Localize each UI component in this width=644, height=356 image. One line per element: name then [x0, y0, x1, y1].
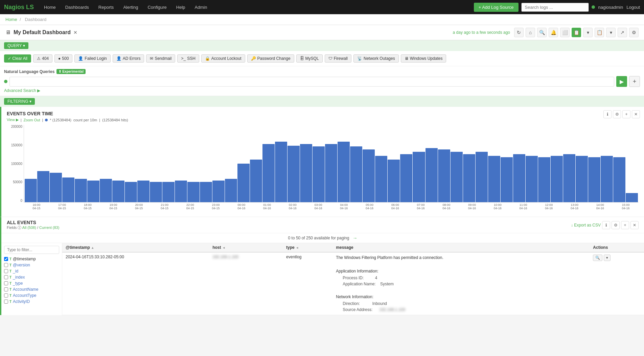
username-link[interactable]: nagiosadmin: [598, 5, 623, 10]
chart-bar-47[interactable]: [613, 157, 625, 202]
events-add-button[interactable]: +: [621, 221, 629, 229]
chart-bar-36[interactable]: [476, 152, 488, 202]
field-checkbox-_type[interactable]: [4, 281, 8, 285]
events-info-button[interactable]: ℹ: [602, 221, 610, 229]
advanced-search-link[interactable]: Advanced Search ▶: [4, 88, 40, 93]
nav-admin[interactable]: Admin: [190, 0, 212, 14]
filter-ssh[interactable]: >_ SSH: [177, 54, 199, 63]
filter-ad-errors[interactable]: 👤 AD Errors: [113, 54, 144, 63]
settings-button[interactable]: ⚙: [629, 28, 639, 37]
search-button[interactable]: 🔍: [537, 28, 547, 37]
filter-sendmail[interactable]: ✉ Sendmail: [146, 54, 175, 63]
nav-reports[interactable]: Reports: [94, 0, 119, 14]
all-fields-link[interactable]: All (508): [22, 226, 36, 230]
copy-button[interactable]: 📋: [595, 28, 604, 37]
query-tag-button[interactable]: QUERY ▾: [4, 42, 28, 49]
field-name-label[interactable]: _type: [13, 281, 23, 286]
chart-bar-18[interactable]: [250, 160, 262, 202]
col-type[interactable]: type ◂: [283, 243, 332, 252]
chart-bar-12[interactable]: [175, 181, 187, 202]
chart-add-button[interactable]: +: [622, 110, 630, 118]
chart-bar-46[interactable]: [601, 156, 613, 202]
events-close-button[interactable]: ✕: [630, 221, 639, 229]
field-name-label[interactable]: ActivityID: [13, 299, 30, 304]
chart-bar-5[interactable]: [87, 181, 99, 202]
nav-help[interactable]: Help: [171, 0, 190, 14]
share-button[interactable]: ↗: [618, 28, 627, 37]
events-settings-button[interactable]: ⚙: [612, 221, 620, 229]
chart-bar-24[interactable]: [325, 144, 337, 202]
filter-404[interactable]: ⚠ 404: [33, 54, 52, 63]
chart-bar-38[interactable]: [501, 157, 513, 202]
chart-bar-22[interactable]: [300, 144, 312, 202]
field-checkbox-ActivityID[interactable]: [4, 300, 8, 304]
chart-view-link[interactable]: View ▶: [7, 118, 19, 122]
chart-bar-17[interactable]: [237, 164, 250, 203]
logout-link[interactable]: Logout: [626, 5, 640, 10]
field-name-label[interactable]: _id: [13, 269, 18, 274]
chart-bar-31[interactable]: [413, 152, 425, 202]
field-checkbox-AccountType[interactable]: [4, 293, 8, 298]
chart-info-button[interactable]: ℹ: [603, 110, 612, 118]
chart-bar-11[interactable]: [162, 182, 175, 202]
filter-mysql[interactable]: 🗄 MySQL: [296, 54, 323, 63]
chart-bar-9[interactable]: [137, 181, 150, 202]
filter-password-change[interactable]: 🔑 Password Change: [247, 54, 294, 63]
chart-bar-29[interactable]: [388, 160, 400, 202]
chart-bar-35[interactable]: [463, 154, 475, 202]
chart-bar-33[interactable]: [438, 149, 450, 202]
nav-dashboards[interactable]: Dashboards: [61, 0, 94, 14]
chart-bar-34[interactable]: [451, 152, 463, 202]
chart-bar-4[interactable]: [75, 179, 87, 202]
chart-bar-30[interactable]: [400, 154, 412, 202]
time-range-display[interactable]: a day ago to a few seconds ago: [453, 30, 510, 35]
nav-configure[interactable]: Configure: [143, 0, 171, 14]
filter-windows-updates[interactable]: 🖥 Windows Updates: [401, 54, 446, 63]
chart-bar-25[interactable]: [338, 142, 350, 202]
close-dashboard-tab[interactable]: ✕: [73, 30, 77, 35]
chart-bar-7[interactable]: [112, 181, 124, 202]
current-fields-link[interactable]: Current (83): [39, 226, 59, 230]
row-more-button[interactable]: ▾: [604, 255, 611, 261]
chart-bar-42[interactable]: [551, 156, 563, 202]
nlq-submit-button[interactable]: ▶: [616, 76, 627, 87]
chart-bar-16[interactable]: [225, 179, 237, 202]
field-checkbox-AccountName[interactable]: [4, 287, 8, 291]
filter-500[interactable]: ● 500: [54, 54, 72, 63]
chart-bar-41[interactable]: [538, 157, 550, 202]
chart-bar-19[interactable]: [262, 144, 275, 202]
chart-bar-1[interactable]: [37, 171, 49, 202]
filter-failed-login[interactable]: 👤 Failed Login: [74, 54, 110, 63]
filter-firewall[interactable]: 🛡 Firewall: [325, 54, 351, 63]
chart-settings-button[interactable]: ⚙: [613, 110, 621, 118]
save-dropdown[interactable]: ▾: [583, 28, 593, 37]
export-csv-button[interactable]: ↓ Export as CSV: [571, 223, 601, 228]
save-button[interactable]: 📋: [572, 28, 581, 37]
field-checkbox-@version[interactable]: [4, 263, 8, 267]
field-name-label[interactable]: AccountName: [13, 287, 38, 292]
filtering-tag-button[interactable]: FILTERING ▾: [4, 98, 35, 105]
chart-bar-27[interactable]: [363, 149, 375, 202]
chart-bar-0[interactable]: [25, 179, 37, 202]
chart-bar-2[interactable]: [50, 173, 62, 202]
pagination-next-arrow[interactable]: →: [352, 235, 357, 241]
chart-close-button[interactable]: ✕: [632, 110, 640, 118]
home-button[interactable]: ⌂: [526, 28, 535, 37]
field-checkbox-_id[interactable]: [4, 269, 8, 273]
field-name-label[interactable]: AccountType: [13, 293, 36, 298]
chart-bar-6[interactable]: [100, 179, 112, 202]
breadcrumb-home[interactable]: Home: [5, 17, 17, 22]
nav-home[interactable]: Home: [39, 0, 61, 14]
field-name-label[interactable]: _index: [13, 275, 25, 280]
refresh-button[interactable]: ↻: [514, 28, 524, 37]
panel-button[interactable]: ⬜: [560, 28, 570, 37]
copy-dropdown[interactable]: ▾: [606, 28, 616, 37]
field-name-label[interactable]: @timestamp: [13, 257, 36, 261]
nlq-add-button[interactable]: +: [629, 76, 640, 87]
nlq-input[interactable]: [9, 77, 614, 87]
nav-alerting[interactable]: Alerting: [118, 0, 143, 14]
chart-bar-14[interactable]: [200, 182, 212, 202]
chart-bar-39[interactable]: [513, 154, 525, 202]
chart-bar-13[interactable]: [187, 182, 200, 202]
add-log-source-button[interactable]: + Add Log Source: [474, 3, 519, 12]
